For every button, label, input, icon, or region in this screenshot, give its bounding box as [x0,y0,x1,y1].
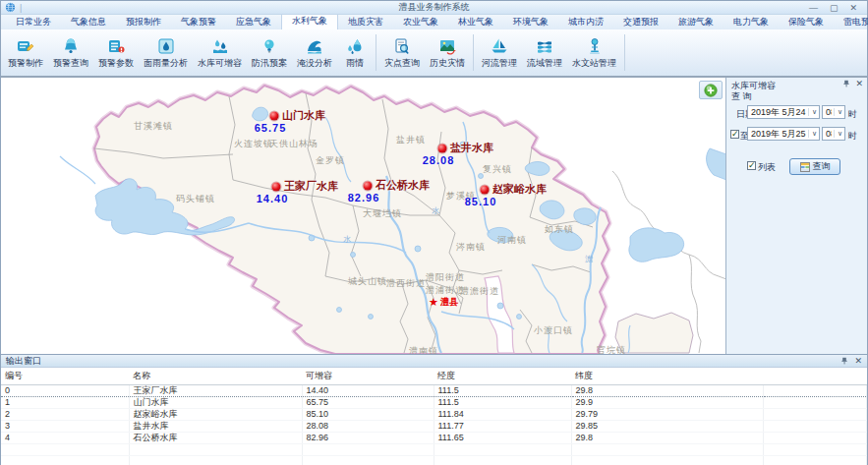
toolbar-button-warn-make[interactable]: 预警制作 [3,30,48,75]
table-cell-empty [571,444,763,456]
toolbar-button-flood-plan[interactable]: 防汛预案 [247,30,292,75]
plus-icon [704,84,718,97]
output-close-icon[interactable]: ✕ [854,357,862,365]
map-add-button[interactable] [699,81,723,99]
menu-tab[interactable]: 交通预报 [613,14,668,29]
date-to-dropdown[interactable]: 2019年 5月25日 ∨ [747,127,820,141]
toolbar-button-label: 灾点查询 [384,57,420,70]
toolbar-button-basin-mgmt[interactable]: 流域管理 [522,30,567,75]
inundation-icon [305,36,324,56]
maximize-icon[interactable]: ▢ [830,2,839,14]
menu-tab[interactable]: 农业气象 [393,14,448,29]
menu-tab[interactable]: 地质灾害 [338,14,393,29]
toolbar-button-disaster-search[interactable]: 灾点查询 [379,30,425,75]
table-cell: 盐井水库 [129,421,302,433]
town-label: 官垸镇 [597,344,626,355]
table-cell: 111.84 [434,409,571,421]
menu-tab[interactable]: 保险气象 [779,14,834,29]
warn-query-icon [61,36,81,56]
table-row[interactable]: 4石公桥水库82.96111.6529.8 [1,433,867,444]
menu-tab[interactable]: 林业气象 [448,14,503,29]
table-cell: 111.5 [434,397,571,409]
minimize-icon[interactable]: — [809,2,818,14]
toolbar-button-hydro-station[interactable]: 水文站管理 [567,30,621,75]
toolbar-button-rain-analysis[interactable]: 面雨量分析 [139,30,193,75]
table-row[interactable]: 2赵家峪水库85.10111.8429.79 [1,409,867,421]
town-label: 天供山林场 [269,138,318,150]
toolbar-button-label: 面雨量分析 [144,57,188,70]
table-cell: 111.65 [434,433,571,444]
panel-close-icon[interactable]: ✕ [855,80,863,87]
table-cell: 29.9 [571,397,763,409]
table-column-header: 可增容 [302,368,434,385]
toolbar-button-label: 流域管理 [527,57,562,70]
close-icon[interactable]: ✕ [849,2,857,14]
chevron-down-icon: ∨ [834,108,843,116]
menu-tab[interactable]: 应急气象 [226,14,281,29]
county-seat-label: 澧县 [440,296,458,309]
to-checkbox[interactable]: ✓ [730,130,739,139]
table-cell: 28.08 [302,421,434,433]
reservoir-name-label: 赵家峪水库 [492,182,547,197]
table-cell-filler [763,397,867,409]
table-column-header-filler [763,368,867,385]
menu-tab[interactable]: 城市内涝 [558,14,613,29]
disaster-search-icon [392,36,412,56]
menu-tab[interactable]: 气象信息 [61,14,116,29]
table-cell: 85.10 [302,409,434,421]
toolbar-button-rain-info[interactable]: 雨情 [337,30,373,75]
table-cell-empty [434,456,571,465]
reservoir-marker[interactable] [272,183,281,192]
menu-tab[interactable]: 环境气象 [503,14,558,29]
reservoir-marker[interactable] [438,145,447,153]
table-row[interactable]: 1山门水库65.75111.529.9 [1,397,867,409]
toolbar-button-label: 雨情 [346,57,364,70]
toolbar-button-inundation[interactable]: 淹没分析 [292,30,337,75]
pushpin-icon[interactable] [840,357,848,365]
table-row[interactable]: 0王家厂水库14.40111.529.8 [1,385,867,397]
table-cell: 14.40 [302,385,434,397]
table-search-icon [800,162,810,172]
map-viewport[interactable]: 甘溪滩镇码头铺镇火连坡镇天供山林场金罗镇盐井镇复兴镇梦溪镇大堰垱镇涔南镇城头山镇… [1,78,726,354]
menu-tab[interactable]: 日常业务 [6,14,61,29]
query-button[interactable]: 查询 [789,158,840,175]
hour-to-dropdown[interactable]: 08 ∨ [822,127,845,141]
table-cell: 29.8 [571,385,763,397]
toolbar-button-warn-params[interactable]: 预警参数 [93,30,139,75]
list-checkbox[interactable]: ✓ [747,161,756,170]
toolbar-button-label: 淹没分析 [297,57,332,70]
menu-tab[interactable]: 电力气象 [723,14,779,29]
table-cell: 4 [1,433,129,444]
pushpin-icon[interactable] [842,80,850,87]
chevron-down-icon: ∨ [808,130,818,138]
app-globe-icon [5,2,16,13]
toolbar-group-separator [473,34,474,71]
toolbar-button-river-mgmt[interactable]: 河流管理 [477,30,522,75]
table-cell: 1 [1,397,129,409]
flood-plan-icon [260,36,279,56]
table-row[interactable]: 3盐井水库28.08111.7729.85 [1,421,867,433]
town-label: 码头铺镇 [176,193,215,205]
menu-tab[interactable]: 雷电预警 [834,14,868,29]
date-from-dropdown[interactable]: 2019年 5月24日 ∨ [747,105,820,119]
results-table: 编号名称可增容经度纬度 0王家厂水库14.40111.529.81山门水库65.… [1,368,867,465]
chevron-down-icon: ∨ [834,130,843,138]
reservoir-marker[interactable] [270,112,279,121]
table-cell: 赵家峪水库 [129,409,302,421]
town-label: 澧南镇 [409,345,438,355]
output-window-title: 输出窗口 [6,355,41,368]
menu-tab[interactable]: 预报制作 [116,14,171,29]
toolbar-button-reservoir-cap[interactable]: 水库可增容 [193,30,247,75]
river-name-label: 水 [343,234,351,245]
menu-tab[interactable]: 气象预警 [171,14,226,29]
table-cell-filler [763,433,867,444]
reservoir-name-label: 王家厂水库 [284,179,338,194]
rain-analysis-icon [156,36,176,56]
table-cell: 82.96 [302,433,434,444]
toolbar-button-warn-query[interactable]: 预警查询 [48,30,93,75]
reservoir-marker[interactable] [481,186,490,195]
hour-from-dropdown[interactable]: 08 ∨ [822,105,845,119]
reservoir-marker[interactable] [364,182,373,191]
toolbar-button-disaster-history[interactable]: 历史灾情 [425,30,470,75]
menu-tab[interactable]: 旅游气象 [668,14,723,29]
